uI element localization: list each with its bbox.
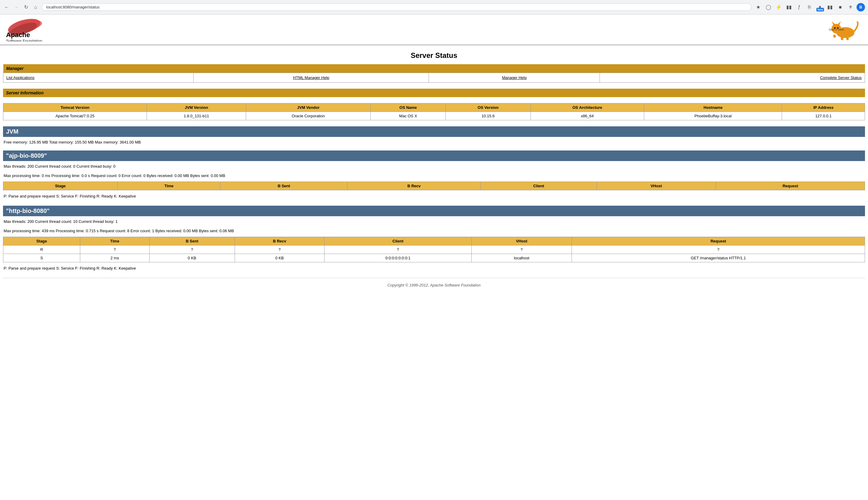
val-hostname: PhoebeBuffay-3.local bbox=[644, 112, 782, 120]
http-row-0-client: ? bbox=[324, 246, 472, 254]
browser-chrome: ← → ↻ ⌂ localhost:8080/manager/status ★ … bbox=[0, 0, 868, 14]
apache-header: Apache Software Foundation http://www.ap… bbox=[0, 14, 868, 45]
ajp-info-line1-text: Max threads: 200 Current thread count: 0… bbox=[4, 164, 115, 169]
server-info-section-table: Server Information bbox=[3, 89, 865, 97]
user-avatar[interactable]: B bbox=[857, 3, 865, 11]
http-info-line1: Max threads: 200 Current thread count: 1… bbox=[3, 218, 865, 225]
ext-icon-1[interactable]: ◯ bbox=[764, 3, 773, 11]
manager-link-complete-status[interactable]: Complete Server Status bbox=[600, 73, 865, 83]
ajp-col-brecv: B Recv bbox=[347, 182, 481, 190]
list-applications-link[interactable]: List Applications bbox=[6, 76, 34, 80]
apache-feather-logo: Apache Software Foundation http://www.ap… bbox=[6, 18, 66, 42]
http-connector-header: "http-bio-8080" bbox=[3, 206, 865, 216]
ext-puzzle[interactable]: ⚜ bbox=[846, 3, 855, 11]
new-badge: New bbox=[816, 8, 824, 11]
ajp-connector-header: "ajp-bio-8009" bbox=[3, 150, 865, 161]
col-jvm-version: JVM Version bbox=[147, 103, 246, 112]
manager-link-manager-help[interactable]: Manager Help bbox=[429, 73, 600, 83]
bookmark-button[interactable]: ★ bbox=[754, 3, 763, 11]
ajp-info-line2: Max processing time: 0 ms Processing tim… bbox=[3, 172, 865, 179]
ext-icon-4[interactable]: ƒ bbox=[795, 3, 803, 11]
complete-server-status-link[interactable]: Complete Server Status bbox=[820, 76, 862, 80]
jvm-memory-text: Free memory: 126.95 MB Total memory: 155… bbox=[3, 139, 865, 146]
http-row-1-bsent: 0 KB bbox=[149, 254, 235, 262]
http-row-0-brecv: ? bbox=[235, 246, 324, 254]
svg-point-13 bbox=[835, 29, 837, 31]
val-os-name: Mac OS X bbox=[371, 112, 446, 120]
col-os-version: OS Version bbox=[445, 103, 530, 112]
server-info-data-row: Apache Tomcat/7.0.25 1.8.0_131-b11 Oracl… bbox=[3, 112, 865, 120]
http-info-line2-text: Max processing time: 439 ms Processing t… bbox=[4, 229, 234, 233]
back-button[interactable]: ← bbox=[3, 4, 10, 11]
http-row-0: R ? ? ? ? ? ? bbox=[3, 246, 865, 254]
svg-text:Software Foundation: Software Foundation bbox=[6, 38, 42, 42]
apache-logo-area: Apache Software Foundation http://www.ap… bbox=[6, 18, 66, 42]
http-row-1-stage: S bbox=[3, 254, 80, 262]
main-wrapper: Server Status Manager List Applications … bbox=[0, 51, 868, 293]
col-os-arch: OS Architecture bbox=[530, 103, 644, 112]
ext-icon-3[interactable]: ▮▮ bbox=[785, 3, 793, 11]
ext-icon-6[interactable]: ■ bbox=[836, 3, 844, 11]
col-os-name: OS Name bbox=[371, 103, 446, 112]
svg-text:Apache: Apache bbox=[6, 31, 30, 38]
tomcat-logo bbox=[823, 19, 862, 40]
ext-new-icon-wrap: ✦ New bbox=[815, 3, 824, 11]
http-col-vhost: VHost bbox=[471, 237, 572, 246]
server-info-header-row: Tomcat Version JVM Version JVM Vendor OS… bbox=[3, 103, 865, 112]
http-row-1-vhost: localhost bbox=[471, 254, 572, 262]
http-row-1-brecv: 0 KB bbox=[235, 254, 324, 262]
ajp-legend: P: Parse and prepare request S: Service … bbox=[3, 193, 865, 200]
svg-point-11 bbox=[834, 27, 836, 29]
reload-button[interactable]: ↻ bbox=[22, 4, 30, 11]
svg-rect-18 bbox=[841, 36, 843, 40]
val-ip-address: 127.0.0.1 bbox=[782, 112, 865, 120]
http-info-line1-text: Max threads: 200 Current thread count: 1… bbox=[4, 219, 118, 224]
http-col-bsent: B Sent bbox=[149, 237, 235, 246]
http-row-0-bsent: ? bbox=[149, 246, 235, 254]
col-jvm-vendor: JVM Vendor bbox=[246, 103, 371, 112]
manager-section-table: Manager List Applications HTML Manager H… bbox=[3, 64, 865, 83]
val-jvm-version: 1.8.0_131-b11 bbox=[147, 112, 246, 120]
manager-section-header: Manager bbox=[3, 64, 865, 73]
ext-icon-monitor[interactable]: ⎘ bbox=[805, 3, 814, 11]
forward-button[interactable]: → bbox=[13, 4, 20, 11]
ajp-thread-table: Stage Time B Sent B Recv Client VHost Re… bbox=[3, 182, 865, 190]
http-row-1-client: 0:0:0:0:0:0:0:1 bbox=[324, 254, 472, 262]
http-col-client: Client bbox=[324, 237, 472, 246]
val-os-arch: x86_64 bbox=[530, 112, 644, 120]
jvm-header: JVM bbox=[3, 126, 865, 137]
http-col-brecv: B Recv bbox=[235, 237, 324, 246]
home-button[interactable]: ⌂ bbox=[32, 4, 39, 11]
address-bar[interactable]: localhost:8080/manager/status bbox=[42, 3, 752, 11]
ext-icon-2[interactable]: ⚡ bbox=[775, 3, 783, 11]
ajp-col-bsent: B Sent bbox=[220, 182, 347, 190]
url-text: localhost:8080/manager/status bbox=[46, 5, 747, 9]
page-title: Server Status bbox=[3, 51, 865, 60]
http-legend: P: Parse and prepare request S: Service … bbox=[3, 265, 865, 272]
server-info-header: Server Information bbox=[3, 89, 865, 97]
manager-link-list-applications[interactable]: List Applications bbox=[3, 73, 194, 83]
http-row-0-stage: R bbox=[3, 246, 80, 254]
svg-point-12 bbox=[837, 27, 839, 29]
http-row-1-time: 2 ms bbox=[80, 254, 149, 262]
footer-text: Copyright © 1999-2012, Apache Software F… bbox=[387, 283, 480, 287]
page-content: Apache Software Foundation http://www.ap… bbox=[0, 14, 868, 293]
http-col-stage: Stage bbox=[3, 237, 80, 246]
html-manager-help-link[interactable]: HTML Manager Help bbox=[293, 76, 329, 80]
col-tomcat-version: Tomcat Version bbox=[3, 103, 147, 112]
browser-toolbar-right: ★ ◯ ⚡ ▮▮ ƒ ⎘ ✦ New ▮▮ ■ ⚜ B bbox=[754, 3, 865, 11]
ext-icon-5[interactable]: ▮▮ bbox=[826, 3, 834, 11]
http-col-request: Request bbox=[572, 237, 865, 246]
server-info-table: Tomcat Version JVM Version JVM Vendor OS… bbox=[3, 103, 865, 120]
ajp-col-request: Request bbox=[716, 182, 865, 190]
manager-link-html-help[interactable]: HTML Manager Help bbox=[194, 73, 429, 83]
ajp-col-time: Time bbox=[118, 182, 220, 190]
val-jvm-vendor: Oracle Corporation bbox=[246, 112, 371, 120]
manager-help-link[interactable]: Manager Help bbox=[502, 76, 527, 80]
ajp-col-client: Client bbox=[481, 182, 596, 190]
ajp-col-vhost: VHost bbox=[596, 182, 716, 190]
http-row-1: S 2 ms 0 KB 0 KB 0:0:0:0:0:0:0:1 localho… bbox=[3, 254, 865, 262]
val-os-version: 10.15.6 bbox=[445, 112, 530, 120]
http-thread-table: Stage Time B Sent B Recv Client VHost Re… bbox=[3, 237, 865, 262]
http-row-1-request: GET /manager/status HTTP/1.1 bbox=[572, 254, 865, 262]
